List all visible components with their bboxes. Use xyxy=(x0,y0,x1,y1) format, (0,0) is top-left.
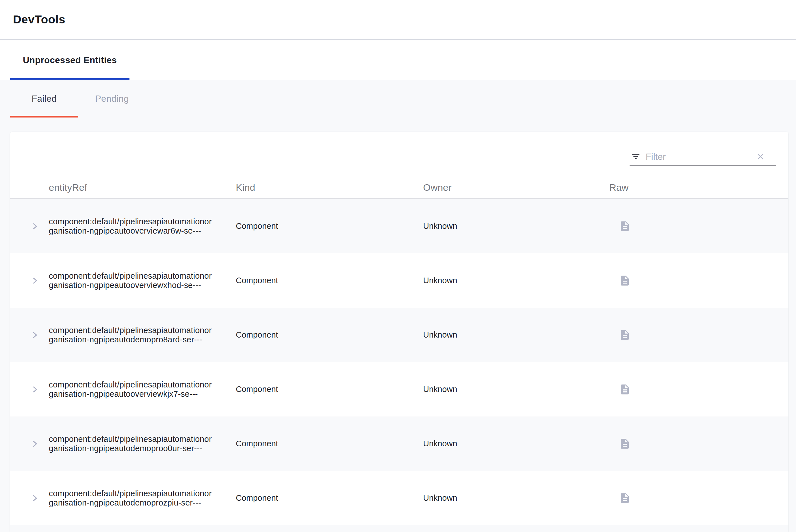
table-row: component:default/pipelinesapiautomation… xyxy=(10,362,789,416)
expand-row-button[interactable] xyxy=(28,362,41,416)
view-raw-button[interactable] xyxy=(618,199,631,253)
view-raw-button[interactable] xyxy=(618,253,631,308)
chevron-right-icon xyxy=(31,494,39,502)
page-tab-bar: Unprocessed Entities xyxy=(0,40,796,80)
page-title: DevTools xyxy=(13,13,66,26)
entityref-value: component:default/pipelinesapiautomation… xyxy=(49,217,212,235)
owner-value: Unknown xyxy=(423,199,598,253)
clear-icon xyxy=(756,152,765,162)
clear-filter-button[interactable] xyxy=(756,152,765,162)
kind-value: Component xyxy=(236,471,411,525)
entityref-value: component:default/pipelinesapiautomation… xyxy=(49,271,212,290)
table-row: component:default/pipelinesapiautomation… xyxy=(10,199,789,253)
tab-failed-label: Failed xyxy=(32,94,57,104)
expand-row-button[interactable] xyxy=(28,253,41,308)
owner-value: Unknown xyxy=(423,471,598,525)
kind-value: Component xyxy=(236,308,411,362)
tab-pending-label: Pending xyxy=(95,94,129,104)
document-icon xyxy=(619,438,631,450)
owner-value: Unknown xyxy=(423,253,598,308)
view-raw-button[interactable] xyxy=(618,308,631,362)
table-row: component:default/pipelinesapiautomation… xyxy=(10,471,789,525)
owner-value: Unknown xyxy=(423,362,598,416)
expand-row-button[interactable] xyxy=(28,471,41,525)
chevron-right-icon xyxy=(31,385,39,394)
table-row: component:default/pipelinesapiautomation… xyxy=(10,416,789,471)
kind-value: Component xyxy=(236,253,411,308)
kind-value: Component xyxy=(236,416,411,471)
view-raw-button[interactable] xyxy=(618,416,631,471)
table-row-partial xyxy=(10,525,789,532)
kind-value: Component xyxy=(236,199,411,253)
chevron-right-icon xyxy=(31,331,39,339)
tab-failed[interactable]: Failed xyxy=(10,80,78,117)
column-header-entityref: entityRef xyxy=(49,166,87,198)
chevron-right-icon xyxy=(31,277,39,285)
entityref-value: component:default/pipelinesapiautomation… xyxy=(49,380,212,399)
table-header: entityRef Kind Owner Raw xyxy=(10,166,789,199)
column-header-kind: Kind xyxy=(236,166,255,198)
column-header-owner: Owner xyxy=(423,166,452,198)
owner-value: Unknown xyxy=(423,308,598,362)
unprocessed-entities-card: entityRef Kind Owner Raw component:defau… xyxy=(10,132,789,532)
document-icon xyxy=(619,275,631,287)
table-row: component:default/pipelinesapiautomation… xyxy=(10,253,789,308)
status-tab-bar: Failed Pending xyxy=(0,80,796,117)
entityref-value: component:default/pipelinesapiautomation… xyxy=(49,326,212,344)
table-body: component:default/pipelinesapiautomation… xyxy=(10,199,789,532)
view-raw-button[interactable] xyxy=(618,471,631,525)
filter-field xyxy=(630,148,776,166)
document-icon xyxy=(619,329,631,341)
document-icon xyxy=(619,220,631,232)
entityref-value: component:default/pipelinesapiautomation… xyxy=(49,489,212,508)
expand-row-button[interactable] xyxy=(28,199,41,253)
failed-tab-indicator xyxy=(10,116,78,117)
kind-value: Component xyxy=(236,362,411,416)
tab-pending[interactable]: Pending xyxy=(78,80,146,117)
devtools-page: DevTools Unprocessed Entities Failed Pen… xyxy=(0,0,796,532)
tab-unprocessed-entities[interactable]: Unprocessed Entities xyxy=(10,40,129,80)
table-row: component:default/pipelinesapiautomation… xyxy=(10,308,789,362)
expand-row-button[interactable] xyxy=(28,308,41,362)
filter-input[interactable] xyxy=(646,152,756,162)
filter-list-icon xyxy=(631,152,640,162)
owner-value: Unknown xyxy=(423,416,598,471)
entityref-value: component:default/pipelinesapiautomation… xyxy=(49,435,212,453)
document-icon xyxy=(619,383,631,395)
chevron-right-icon xyxy=(31,222,39,230)
chevron-right-icon xyxy=(31,440,39,448)
column-header-raw: Raw xyxy=(609,166,629,198)
view-raw-button[interactable] xyxy=(618,362,631,416)
expand-row-button[interactable] xyxy=(28,416,41,471)
tab-label: Unprocessed Entities xyxy=(23,55,117,65)
app-header: DevTools xyxy=(0,0,796,40)
document-icon xyxy=(619,492,631,504)
